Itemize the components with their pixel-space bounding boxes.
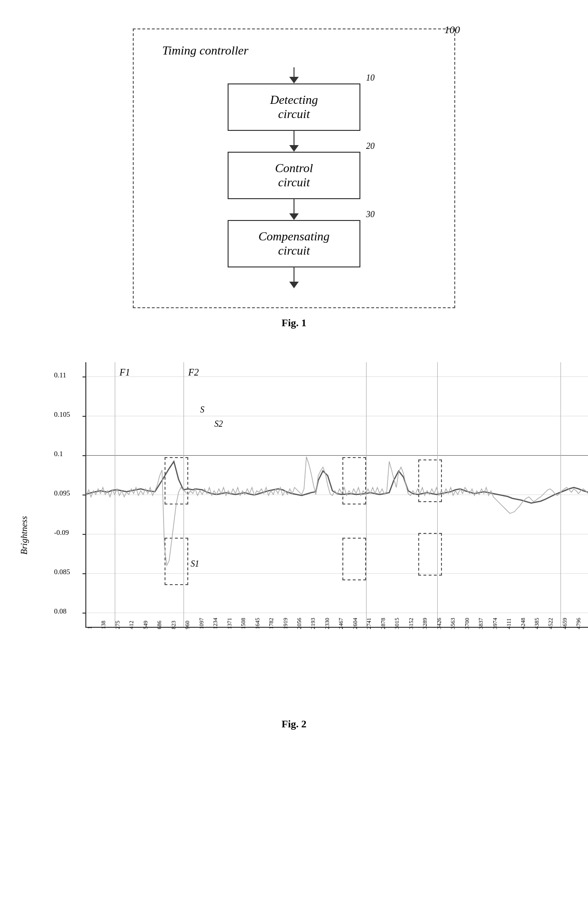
x-label-10: 1371 [226,618,233,629]
x-label-14: 1919 [282,618,289,629]
block-20-label: 20 [366,141,375,151]
arrow-line-1 [294,131,294,145]
y-tick-0095: 0.095 [54,489,70,497]
y-tick-01: 0.1 [54,450,63,458]
x-label-29: 3974 [492,618,499,629]
y-tick-mark-009 [83,534,86,535]
x-label-24: 3289 [422,618,429,629]
x-label-8: 1097 [198,618,205,629]
fig2-diagram: Brightness 0.11 0.105 0.1 0.095 -0.09 0.… [43,362,545,730]
x-label-17: 2330 [324,618,331,629]
chart-svg [86,362,588,627]
series-s-noisy-line [86,457,588,565]
x-label-32: 4385 [533,618,541,629]
arrow-line-2 [294,199,294,213]
x-label-2: 275 [114,621,121,629]
x-label-33: 4522 [547,618,554,629]
arrow-line-out [294,267,294,282]
x-label-19: 2604 [352,618,359,629]
x-label-27: 3700 [464,618,471,629]
x-label-16: 2193 [310,618,317,629]
x-label-34: 4659 [561,618,569,629]
y-tick-mark-008 [83,613,86,614]
block-10-label: 10 [366,73,375,83]
arrow-head-2 [289,213,299,220]
y-tick-0085: 0.085 [54,568,70,576]
arrow-head-1 [289,145,299,152]
x-label-1: 138 [100,621,107,629]
x-label-35: 4796 [575,618,582,629]
y-tick-mark-0085 [83,573,86,574]
y-axis-label: Brightness [19,516,29,554]
x-label-12: 1645 [254,618,261,629]
x-label-23: 3152 [408,618,415,629]
y-tick-mark-0095 [83,495,86,495]
x-label-6: 823 [170,621,177,629]
x-label-20: 2741 [366,618,373,629]
fig1-caption: Fig. 1 [133,317,455,329]
x-label-28: 3837 [478,618,485,629]
arrow-head-out [289,282,299,288]
x-labels-area: 1 138 275 412 549 686 823 960 1097 1234 … [86,629,588,700]
fig2-caption: Fig. 2 [43,718,545,730]
x-label-25: 3426 [436,618,443,629]
arrow-line-top [294,67,294,77]
x-label-31: 4248 [520,618,527,629]
x-label-22: 3015 [394,618,401,629]
x-label-15: 2056 [296,618,303,629]
compensating-circuit-block: Compensatingcircuit [228,220,360,267]
chart-area: 0.11 0.105 0.1 0.095 -0.09 0.085 0.08 [85,362,588,628]
arrow-detecting-control [289,131,299,152]
timing-controller-box: Timing controller 10 Detectingcircuit 20… [133,28,455,308]
timing-controller-title: Timing controller [162,44,248,58]
y-tick-mark-01 [83,455,86,456]
x-label-26: 3563 [450,618,457,629]
x-label-18: 2467 [338,618,345,629]
x-label-0: 1 [86,626,93,629]
x-label-3: 412 [128,621,135,629]
arrow-out [289,267,299,288]
y-tick-008: 0.08 [54,607,66,615]
y-tick-011: 0.11 [54,371,66,379]
x-label-7: 960 [184,621,191,629]
arrow-control-compensating [289,199,299,220]
control-circuit-block: Controlcircuit [228,152,360,199]
x-label-5: 686 [156,621,163,629]
y-tick-mark-0105 [83,416,86,417]
x-label-13: 1782 [268,618,275,629]
arrow-in-detecting [289,67,299,83]
series-s-line [86,461,588,503]
y-tick-mark-011 [83,376,86,377]
x-label-30: 4111 [505,618,513,629]
detecting-circuit-block: Detectingcircuit [228,83,360,131]
fig1-diagram: 100 Timing controller 10 Detectingcircui… [133,28,455,329]
y-tick-009: -0.09 [54,529,69,537]
arrow-head-detecting [289,77,299,83]
x-label-21: 2878 [380,618,387,629]
x-label-9: 1234 [212,618,219,629]
x-label-11: 1508 [240,618,247,629]
block-30-label: 30 [366,210,375,220]
y-tick-0105: 0.105 [54,411,70,419]
x-label-4: 549 [142,621,149,629]
